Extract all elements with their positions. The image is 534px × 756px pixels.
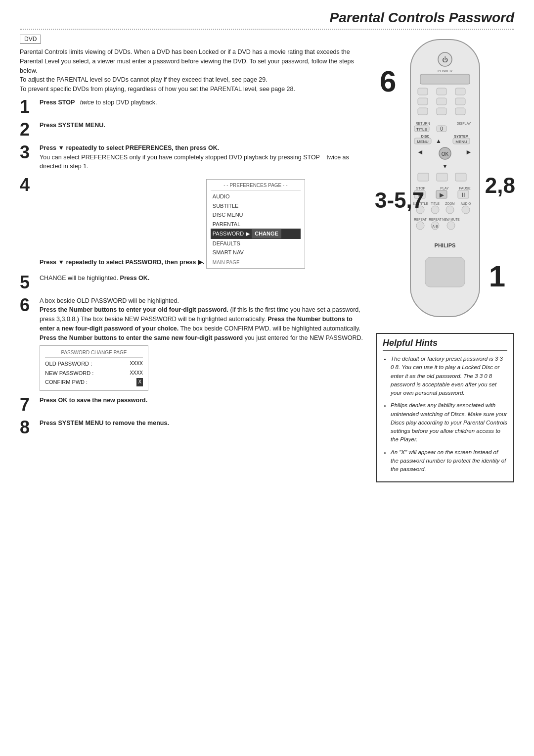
step-7: 7 Press OK to save the new password. (20, 396, 366, 414)
svg-rect-44 (418, 173, 429, 181)
step-7-content: Press OK to save the new password. (40, 396, 366, 405)
step-4-content: Press ▼ repeatedly to select PASSWORD, t… (40, 176, 366, 269)
step-2-content: Press SYSTEM MENU. (40, 121, 366, 130)
svg-rect-45 (437, 173, 447, 181)
svg-point-67 (416, 222, 424, 230)
hint-2: Philips denies any liability associated … (391, 401, 507, 444)
svg-rect-21 (437, 108, 446, 115)
remote-num-28: 2,8 (485, 173, 515, 198)
pref-header: - - PREFERENCES PAGE - - (211, 182, 301, 190)
step-4-num: 4 (20, 176, 35, 194)
intro-text: Parental Controls limits viewing of DVDs… (20, 47, 366, 94)
step-5-num: 5 (20, 274, 35, 291)
svg-text:PAUSE: PAUSE (459, 187, 471, 190)
step-6: 6 A box beside OLD PASSWORD will be high… (20, 296, 366, 391)
step-1-content: Press STOP twice to stop DVD playback. (40, 98, 366, 107)
step-8-num: 8 (20, 419, 35, 436)
left-column: DVD Parental Controls limits viewing of … (20, 35, 366, 482)
svg-rect-17 (418, 98, 428, 105)
pwd-confirm-row: CONFIRM PWD : X (45, 378, 143, 386)
svg-text:0: 0 (440, 126, 443, 132)
step-4: 4 Press ▼ repeatedly to select PASSWORD,… (20, 176, 366, 269)
preferences-menu: - - PREFERENCES PAGE - - AUDIO SUBTITLE … (206, 179, 305, 269)
svg-text:SYSTEM: SYSTEM (454, 135, 469, 138)
svg-rect-22 (455, 108, 465, 115)
pwd-old-val: XXXX (130, 360, 143, 368)
svg-text:REPEAT: REPEAT (429, 218, 442, 221)
pref-change-label: CHANGE (252, 229, 281, 238)
svg-text:⏸: ⏸ (460, 191, 466, 198)
svg-text:DISC: DISC (421, 135, 430, 138)
svg-point-62 (446, 206, 454, 214)
svg-text:▶: ▶ (440, 191, 445, 198)
svg-text:►: ► (465, 148, 472, 156)
svg-rect-15 (437, 88, 446, 95)
page-title: Parental Controls Password (20, 10, 514, 30)
pref-audio: AUDIO (211, 192, 301, 201)
svg-point-70 (447, 222, 455, 230)
svg-text:PLAY: PLAY (440, 187, 449, 190)
step-3: 3 Press ▼ repeatedly to select PREFERENC… (20, 143, 366, 171)
pwd-header: PASSWORD CHANGE PAGE (45, 349, 143, 358)
svg-text:TITLE: TITLE (431, 202, 440, 205)
step-3-num: 3 (20, 143, 35, 161)
pwd-new-val: XXXX (130, 369, 143, 378)
svg-text:▼: ▼ (442, 163, 448, 170)
remote-wrapper: 6 3-5,7 2,8 1 ⏻ POWER 1 2 3 4 (396, 35, 494, 323)
svg-text:◄: ◄ (417, 148, 424, 156)
pwd-new-label: NEW PASSWORD : (45, 369, 93, 378)
step-1-num: 1 (20, 98, 35, 116)
svg-text:REPEAT: REPEAT (414, 218, 427, 221)
remote-num-1: 1 (489, 259, 505, 293)
remote-svg: ⏻ POWER 1 2 3 4 5 6 7 8 9 (396, 35, 494, 322)
step-6-content: A box beside OLD PASSWORD will be highli… (40, 296, 366, 391)
step-8-content: Press SYSTEM MENU to remove the menus. (40, 419, 366, 428)
step-1: 1 Press STOP twice to stop DVD playback. (20, 98, 366, 116)
svg-text:DISPLAY: DISPLAY (456, 122, 471, 125)
pref-defaults: DEFAULTS (211, 239, 301, 248)
svg-text:MENU: MENU (417, 140, 429, 144)
right-column: 6 3-5,7 2,8 1 ⏻ POWER 1 2 3 4 (376, 35, 514, 482)
step-2: 2 Press SYSTEM MENU. (20, 121, 366, 139)
svg-rect-16 (455, 88, 465, 95)
svg-rect-46 (455, 173, 466, 181)
remote-num-357: 3-5,7 (375, 188, 424, 213)
svg-text:OK: OK (442, 151, 449, 157)
step-8: 8 Press SYSTEM MENU to remove the menus. (20, 419, 366, 436)
pwd-old-label: OLD PASSWORD : (45, 360, 92, 368)
pref-main-page: MAIN PAGE (211, 259, 301, 266)
svg-rect-19 (455, 98, 465, 105)
step-6-num: 6 (20, 296, 35, 314)
pwd-new-row: NEW PASSWORD : XXXX (45, 369, 143, 378)
svg-text:ZOOM: ZOOM (445, 202, 455, 205)
pref-password: PASSWORD ▶ CHANGE (211, 229, 301, 239)
svg-rect-20 (418, 108, 428, 115)
password-menu: PASSWORD CHANGE PAGE OLD PASSWORD : XXXX… (40, 345, 148, 391)
svg-text:AUDIO: AUDIO (461, 202, 471, 205)
step-7-num: 7 (20, 396, 35, 414)
svg-text:RETURN: RETURN (415, 122, 430, 125)
svg-rect-1 (420, 74, 470, 84)
pwd-confirm-val: X (136, 378, 143, 386)
pref-subtitle: SUBTITLE (211, 201, 301, 211)
svg-rect-72 (425, 257, 465, 287)
remote-num-6: 6 (380, 64, 396, 98)
pref-parental: PARENTAL (211, 220, 301, 229)
hint-1: The default or factory preset password i… (391, 355, 507, 397)
svg-rect-14 (418, 88, 428, 95)
svg-point-63 (462, 206, 470, 214)
pref-smart-nav: SMART NAV (211, 248, 301, 257)
step-5-content: CHANGE will be highlighted. Press OK. (40, 274, 366, 283)
svg-point-61 (431, 206, 439, 214)
step-3-content: Press ▼ repeatedly to select PREFERENCES… (40, 143, 366, 171)
svg-text:MENU: MENU (455, 140, 467, 144)
svg-text:PHILIPS: PHILIPS (435, 242, 456, 248)
step-2-num: 2 (20, 121, 35, 139)
svg-text:TITLE: TITLE (416, 127, 427, 132)
step-5: 5 CHANGE will be highlighted. Press OK. (20, 274, 366, 291)
helpful-hints: Helpful Hints The default or factory pre… (376, 333, 514, 482)
pwd-confirm-label: CONFIRM PWD : (45, 378, 88, 386)
svg-text:⏻: ⏻ (442, 56, 448, 63)
pref-disc-menu: DISC MENU (211, 210, 301, 220)
hint-3: An "X" will appear on the screen instead… (391, 448, 507, 474)
